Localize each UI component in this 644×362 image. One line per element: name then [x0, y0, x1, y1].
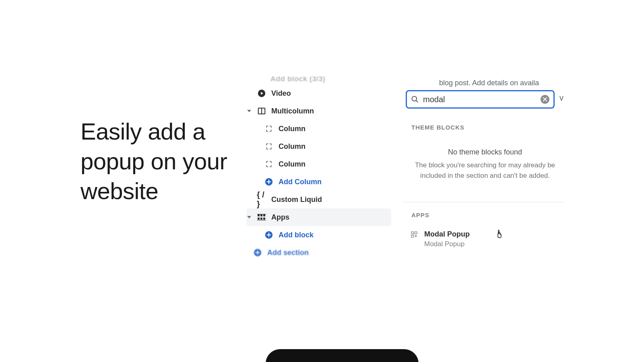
- tree-item-apps[interactable]: Apps: [246, 208, 391, 226]
- apps-grid-icon: [257, 214, 266, 220]
- add-column-button[interactable]: Add Column: [246, 173, 391, 191]
- empty-state-title: No theme blocks found: [402, 148, 564, 156]
- search-icon: [411, 95, 419, 103]
- svg-rect-7: [258, 218, 260, 220]
- play-circle-icon: [257, 89, 266, 98]
- add-section-label: Add section: [267, 249, 309, 257]
- tree-item-column[interactable]: Column: [246, 120, 391, 138]
- svg-rect-16: [411, 232, 413, 234]
- svg-point-14: [412, 97, 417, 101]
- svg-rect-10: [257, 214, 266, 214]
- svg-line-15: [416, 101, 418, 103]
- svg-rect-5: [260, 214, 262, 216]
- empty-state-body: The block you're searching for may alrea…: [411, 160, 559, 181]
- app-result-name: Modal Popup: [424, 230, 470, 239]
- tree-item-label: Apps: [271, 213, 289, 222]
- app-result-subtitle: Modal Popup: [424, 240, 470, 248]
- apps-heading: APPS: [411, 212, 429, 218]
- theme-blocks-heading: THEME BLOCKS: [411, 124, 464, 131]
- caret-down-icon: [246, 215, 252, 219]
- svg-rect-9: [263, 218, 265, 220]
- svg-rect-17: [415, 232, 417, 234]
- tree-item-label: Column: [279, 125, 305, 133]
- svg-rect-18: [411, 235, 413, 237]
- app-result-modal-popup[interactable]: Modal Popup Modal Popup: [411, 228, 564, 248]
- svg-rect-4: [258, 214, 260, 216]
- bottom-toolbar-partial: [266, 349, 419, 362]
- tree-item-custom-liquid[interactable]: { / } Custom Liquid: [246, 191, 391, 208]
- section-tree: Add block (3/3) Video Multicolumn: [246, 76, 391, 261]
- screenshot-panel: Add block (3/3) Video Multicolumn: [242, 76, 564, 269]
- column-icon: [264, 160, 274, 168]
- add-section-button[interactable]: Add section: [246, 244, 391, 261]
- promo-headline: Easily add a popup on your website: [80, 117, 233, 206]
- tree-item-multicolumn[interactable]: Multicolumn: [246, 102, 391, 120]
- preview-text-fragment: blog post. Add details on availa: [402, 79, 564, 87]
- plus-circle-icon: [264, 230, 274, 239]
- code-braces-icon: { / }: [257, 190, 266, 209]
- tree-item-label: Custom Liquid: [271, 195, 322, 204]
- add-block-button[interactable]: Add block: [246, 226, 391, 244]
- columns-icon: [257, 107, 266, 115]
- tree-item-label: Column: [279, 142, 305, 151]
- svg-rect-8: [260, 218, 262, 220]
- plus-circle-icon: [253, 248, 262, 257]
- tree-item-label: Multicolumn: [271, 107, 314, 115]
- truncated-text: vie: [559, 93, 564, 103]
- block-search-input[interactable]: [423, 95, 537, 104]
- svg-rect-6: [263, 214, 265, 216]
- divider: [402, 202, 564, 202]
- tree-item-column[interactable]: Column: [246, 138, 391, 155]
- add-column-label: Add Column: [279, 178, 322, 186]
- block-search-field[interactable]: [406, 90, 555, 109]
- tree-item-video[interactable]: Video: [246, 84, 391, 102]
- column-icon: [264, 142, 274, 150]
- svg-rect-11: [257, 220, 266, 220]
- tree-item-label: Column: [279, 160, 305, 169]
- tree-item-column[interactable]: Column: [246, 155, 391, 173]
- column-icon: [264, 125, 274, 133]
- app-block-icon: [411, 230, 419, 238]
- plus-circle-icon: [264, 177, 274, 186]
- pointer-cursor-icon: [495, 229, 503, 238]
- tree-item-label: Video: [271, 89, 291, 98]
- ghost-add-block-text: Add block (3/3): [246, 76, 391, 84]
- clear-search-icon[interactable]: [541, 95, 549, 104]
- caret-down-icon: [246, 109, 252, 113]
- add-block-label: Add block: [279, 231, 314, 239]
